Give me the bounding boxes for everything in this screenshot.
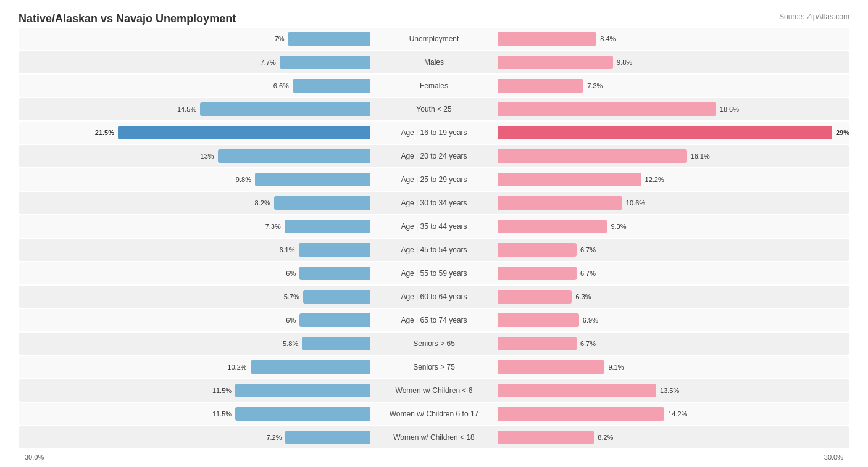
chart-row: 8.2%Age | 30 to 34 years10.6%	[19, 192, 849, 214]
right-value: 6.9%	[583, 316, 598, 324]
left-bar	[299, 243, 370, 257]
chart-row: 11.5%Women w/ Children 6 to 1714.2%	[19, 403, 849, 425]
right-bar	[498, 407, 664, 421]
right-value: 9.3%	[611, 223, 626, 230]
row-label: Age | 30 to 34 years	[372, 199, 496, 207]
left-bar	[274, 196, 370, 210]
right-value: 6.7%	[580, 340, 596, 347]
row-label: Youth < 25	[372, 105, 496, 114]
chart-row: 7%Unemployment8.4%	[19, 28, 849, 50]
right-bar	[498, 56, 613, 69]
left-value: 6%	[286, 270, 296, 277]
chart-row: 14.5%Youth < 2518.6%	[19, 98, 849, 120]
row-label: Females	[372, 81, 496, 90]
left-value: 6.6%	[273, 82, 289, 89]
left-value: 11.5%	[212, 410, 232, 418]
right-value: 18.6%	[720, 105, 739, 113]
left-value: 5.7%	[284, 293, 299, 300]
axis-left-value: 30.0%	[25, 453, 44, 461]
row-label: Women w/ Children < 18	[372, 433, 496, 442]
right-bar	[498, 313, 579, 327]
chart-source: Source: ZipAtlas.com	[779, 12, 849, 21]
right-bar	[498, 431, 594, 444]
right-bar	[498, 360, 604, 374]
row-label: Seniors > 65	[372, 339, 496, 348]
chart-row: 6.6%Females7.3%	[19, 75, 849, 97]
chart-area: 7%Unemployment8.4%7.7%Males9.8%6.6%Femal…	[19, 28, 849, 448]
left-value: 21.5%	[95, 129, 114, 136]
left-bar	[118, 126, 370, 139]
right-value: 9.1%	[608, 363, 624, 371]
left-value: 7.2%	[266, 434, 282, 441]
right-bar	[498, 173, 641, 186]
left-value: 10.2%	[227, 363, 246, 371]
left-value: 7.7%	[261, 59, 276, 66]
left-value: 7.3%	[265, 223, 281, 230]
row-label: Males	[372, 58, 496, 67]
row-label: Seniors > 75	[372, 363, 496, 371]
left-bar	[299, 313, 370, 327]
left-bar	[218, 149, 370, 163]
left-value: 13%	[201, 152, 214, 160]
right-bar	[498, 243, 577, 257]
left-value: 14.5%	[177, 105, 196, 113]
axis-right-value: 30.0%	[824, 453, 843, 461]
left-bar	[303, 290, 370, 304]
row-label: Women w/ Children < 6	[372, 386, 496, 395]
right-value: 8.2%	[598, 434, 613, 441]
row-label: Age | 45 to 54 years	[372, 246, 496, 254]
right-value: 16.1%	[691, 152, 710, 160]
right-value: 12.2%	[645, 176, 664, 183]
chart-row: 7.2%Women w/ Children < 188.2%	[19, 426, 849, 448]
right-value: 8.4%	[600, 35, 616, 43]
chart-row: 6.1%Age | 45 to 54 years6.7%	[19, 239, 849, 261]
chart-row: 11.5%Women w/ Children < 613.5%	[19, 379, 849, 402]
chart-row: 9.8%Age | 25 to 29 years12.2%	[19, 168, 849, 191]
right-value: 6.7%	[580, 270, 596, 277]
left-bar	[251, 360, 370, 374]
chart-title: Native/Alaskan vs Navajo Unemployment	[19, 12, 236, 25]
right-value: 6.3%	[575, 293, 591, 300]
row-label: Age | 65 to 74 years	[372, 316, 496, 324]
left-bar	[285, 431, 370, 444]
left-value: 5.8%	[283, 340, 298, 347]
chart-row: 7.3%Age | 35 to 44 years9.3%	[19, 215, 849, 238]
right-value: 29%	[836, 129, 849, 136]
right-value: 13.5%	[660, 387, 679, 394]
row-label: Women w/ Children 6 to 17	[372, 410, 496, 418]
right-value: 6.7%	[580, 246, 596, 254]
chart-row: 5.8%Seniors > 656.7%	[19, 333, 849, 355]
right-bar	[498, 102, 716, 116]
chart-row: 5.7%Age | 60 to 64 years6.3%	[19, 286, 849, 308]
right-bar	[498, 196, 622, 210]
row-label: Age | 25 to 29 years	[372, 175, 496, 184]
axis-row: 30.0% 30.0%	[19, 451, 849, 463]
left-value: 7%	[275, 35, 285, 43]
right-bar	[498, 337, 577, 350]
left-bar	[293, 79, 370, 93]
chart-row: 10.2%Seniors > 759.1%	[19, 356, 849, 378]
left-value: 8.2%	[255, 199, 270, 207]
right-bar	[498, 126, 832, 139]
right-bar	[498, 79, 583, 93]
left-bar	[235, 407, 370, 421]
left-bar	[200, 102, 370, 116]
left-bar	[288, 32, 370, 46]
chart-container: Native/Alaskan vs Navajo Unemployment So…	[0, 0, 868, 467]
left-bar	[302, 337, 370, 350]
chart-row: 21.5%Age | 16 to 19 years29%	[19, 122, 849, 144]
row-label: Unemployment	[372, 35, 496, 43]
row-label: Age | 60 to 64 years	[372, 292, 496, 301]
right-bar	[498, 149, 687, 163]
chart-row: 6%Age | 55 to 59 years6.7%	[19, 262, 849, 284]
left-bar	[280, 56, 370, 69]
right-value: 10.6%	[626, 199, 645, 207]
right-value: 7.3%	[587, 82, 603, 89]
row-label: Age | 16 to 19 years	[372, 128, 496, 137]
left-bar	[299, 267, 370, 280]
left-value: 6.1%	[279, 246, 294, 254]
left-value: 6%	[286, 316, 296, 324]
right-value: 14.2%	[668, 410, 687, 418]
left-value: 9.8%	[236, 176, 251, 183]
chart-row: 6%Age | 65 to 74 years6.9%	[19, 309, 849, 331]
